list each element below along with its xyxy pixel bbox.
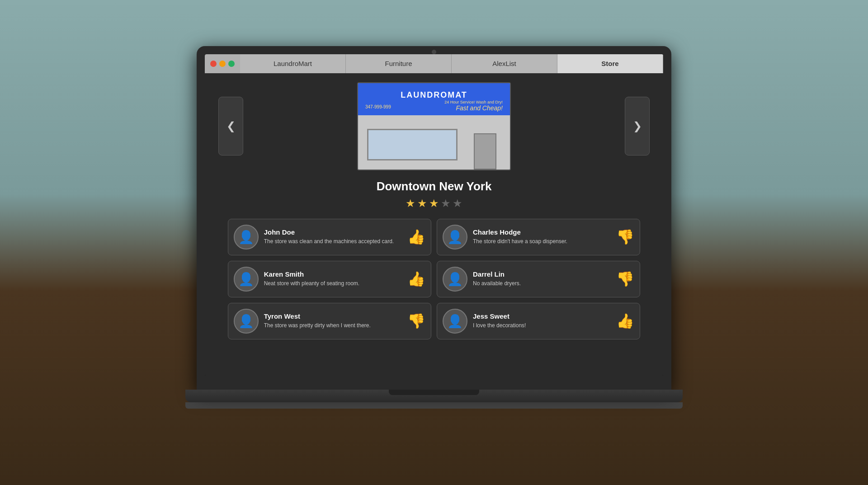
store-door <box>474 133 496 170</box>
store-slogan: Fast and Cheap! <box>456 104 507 112</box>
reviewer-name-jess-sweet: Jess Sweet <box>473 312 611 320</box>
review-text-darrel-lin: No available dryers. <box>473 280 611 287</box>
star-2: ★ <box>417 197 427 210</box>
minimize-button[interactable] <box>219 61 226 67</box>
store-name: Downtown New York <box>377 179 492 193</box>
review-content-darrel-lin: Darrel Lin No available dryers. <box>473 270 611 287</box>
reviewer-name-karen-smith: Karen Smith <box>264 270 402 278</box>
review-content-charles-hodge: Charles Hodge The store didn't have a so… <box>473 228 611 245</box>
tab-store[interactable]: Store <box>557 54 663 73</box>
review-content-karen-smith: Karen Smith Neat store with pleanty of s… <box>264 270 402 287</box>
reviewer-name-darrel-lin: Darrel Lin <box>473 270 611 278</box>
thumb-up-karen-smith: 👍 <box>407 270 425 287</box>
review-text-charles-hodge: The store didn't have a soap dispenser. <box>473 238 611 245</box>
store-facade <box>358 115 510 170</box>
reviewer-name-charles-hodge: Charles Hodge <box>473 228 611 236</box>
maximize-button[interactable] <box>228 61 235 67</box>
thumb-up-jess-sweet: 👍 <box>616 312 634 330</box>
store-tagline: 24 Hour Service! Wash and Dry! <box>361 100 507 104</box>
avatar-karen-smith: 👤 <box>234 267 259 292</box>
star-1: ★ <box>406 197 415 210</box>
camera-dot <box>432 50 436 54</box>
avatar-charles-hodge: 👤 <box>443 225 467 250</box>
image-carousel: ❮ LAUNDROMAT 24 Hour Service! Wash and D… <box>205 73 663 175</box>
review-card-tyron-west: 👤 Tyron West The store was pretty dirty … <box>228 303 431 339</box>
main-content: ❮ LAUNDROMAT 24 Hour Service! Wash and D… <box>205 73 663 376</box>
review-text-john-doe: The store was clean and the machines acc… <box>264 238 402 245</box>
star-3: ★ <box>429 197 439 210</box>
review-text-jess-sweet: I love the decorations! <box>473 322 611 330</box>
review-card-jess-sweet: 👤 Jess Sweet I love the decorations! 👍 <box>437 303 640 339</box>
avatar-jess-sweet: 👤 <box>443 309 467 334</box>
window-controls <box>205 54 240 73</box>
review-content-jess-sweet: Jess Sweet I love the decorations! <box>473 312 611 330</box>
laptop-bottom <box>185 402 683 409</box>
next-button[interactable]: ❯ <box>625 97 650 155</box>
review-content-tyron-west: Tyron West The store was pretty dirty wh… <box>264 312 402 330</box>
tab-furniture[interactable]: Furniture <box>346 54 452 73</box>
location-section: Downtown New York ★ ★ ★ ★ ★ <box>205 175 663 219</box>
avatar-darrel-lin: 👤 <box>443 267 467 292</box>
review-content-john-doe: John Doe The store was clean and the mac… <box>264 228 402 245</box>
thumb-down-darrel-lin: 👎 <box>616 270 634 287</box>
review-card-charles-hodge: 👤 Charles Hodge The store didn't have a … <box>437 219 640 255</box>
avatar-tyron-west: 👤 <box>234 309 259 334</box>
review-text-tyron-west: The store was pretty dirty when I went t… <box>264 322 402 330</box>
review-card-karen-smith: 👤 Karen Smith Neat store with pleanty of… <box>228 261 431 297</box>
review-text-karen-smith: Neat store with pleanty of seating room. <box>264 280 402 287</box>
stars-rating: ★ ★ ★ ★ ★ <box>406 197 462 210</box>
browser-screen: LaundroMart Furniture AlexList Store <box>205 54 663 376</box>
thumb-down-charles-hodge: 👎 <box>616 228 634 245</box>
review-card-john-doe: 👤 John Doe The store was clean and the m… <box>228 219 431 255</box>
prev-button[interactable]: ❮ <box>218 97 243 155</box>
tab-alexlist[interactable]: AlexList <box>452 54 557 73</box>
store-image: LAUNDROMAT 24 Hour Service! Wash and Dry… <box>357 82 511 170</box>
tabs-container: LaundroMart Furniture AlexList Store <box>240 54 663 73</box>
star-5: ★ <box>453 197 462 210</box>
tab-laundromart[interactable]: LaundroMart <box>240 54 346 73</box>
star-4: ★ <box>441 197 451 210</box>
avatar-john-doe: 👤 <box>234 225 259 250</box>
laptop-base <box>185 390 683 402</box>
thumb-down-tyron-west: 👎 <box>407 312 425 330</box>
thumb-up-john-doe: 👍 <box>407 228 425 245</box>
review-card-darrel-lin: 👤 Darrel Lin No available dryers. 👎 <box>437 261 640 297</box>
store-phone: 347-999-999 <box>361 104 391 109</box>
reviewer-name-tyron-west: Tyron West <box>264 312 402 320</box>
reviews-grid: 👤 John Doe The store was clean and the m… <box>228 219 641 348</box>
reviewer-name-john-doe: John Doe <box>264 228 402 236</box>
laptop-hinge <box>389 390 479 395</box>
store-window <box>367 129 458 160</box>
tab-bar: LaundroMart Furniture AlexList Store <box>205 54 663 73</box>
close-button[interactable] <box>210 61 217 67</box>
store-awning-title: LAUNDROMAT <box>401 90 467 100</box>
